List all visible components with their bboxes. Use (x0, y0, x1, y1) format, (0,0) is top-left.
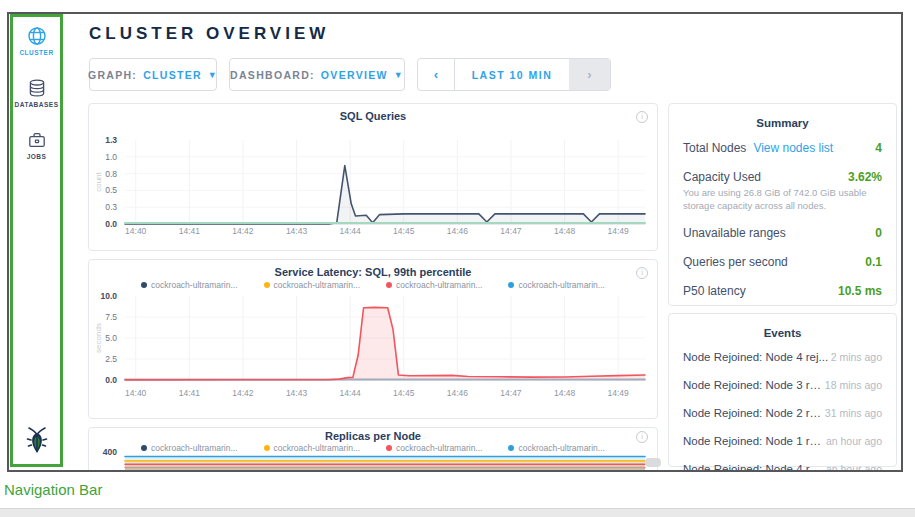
svg-text:0.0: 0.0 (105, 219, 117, 229)
svg-text:0.0: 0.0 (105, 375, 117, 385)
svg-text:14:42: 14:42 (232, 226, 254, 236)
chevron-down-icon: ▼ (208, 70, 218, 80)
svg-text:10.0: 10.0 (100, 291, 117, 301)
event-row[interactable]: Node Rejoined: Node 2 rej...31 mins ago (669, 407, 896, 419)
events-title: Events (669, 327, 896, 339)
svg-text:400: 400 (103, 447, 117, 457)
summary-label: Queries per second (683, 255, 788, 269)
chevron-down-icon: ▼ (394, 70, 404, 80)
briefcase-icon (27, 130, 47, 150)
scrollbar-thumb[interactable] (645, 458, 661, 467)
svg-text:14:41: 14:41 (179, 226, 201, 236)
svg-text:0.8: 0.8 (105, 169, 117, 179)
svg-text:14:44: 14:44 (340, 226, 362, 236)
summary-row-qps: Queries per second 0.1 (669, 255, 896, 269)
svg-text:14:43: 14:43 (286, 388, 308, 398)
event-time: 31 mins ago (825, 407, 882, 419)
svg-text:14:49: 14:49 (608, 388, 630, 398)
event-time: 18 mins ago (825, 379, 882, 391)
graph-dropdown-label: GRAPH: (88, 69, 137, 81)
cockroach-icon (24, 425, 50, 455)
svg-text:0.5: 0.5 (105, 185, 117, 195)
svg-text:0.3: 0.3 (105, 202, 117, 212)
svg-text:14:46: 14:46 (447, 388, 469, 398)
graph-dropdown-value: CLUSTER (143, 69, 202, 81)
svg-text:14:45: 14:45 (393, 388, 415, 398)
svg-text:14:48: 14:48 (554, 226, 576, 236)
navigation-bar: CLUSTER DATABASES JOBS (10, 14, 63, 467)
svg-text:14:40: 14:40 (125, 388, 147, 398)
svg-text:14:42: 14:42 (232, 388, 254, 398)
time-range-label[interactable]: LAST 10 MIN (455, 59, 569, 90)
summary-row-total-nodes: Total Nodes View nodes list 4 (669, 141, 896, 155)
summary-title: Summary (669, 117, 896, 129)
svg-text:14:48: 14:48 (554, 388, 576, 398)
svg-text:14:40: 14:40 (125, 226, 147, 236)
event-text: Node Rejoined: Node 4 rej... (683, 351, 828, 363)
graph-dropdown[interactable]: GRAPH: CLUSTER ▼ (89, 58, 217, 91)
sql-queries-chart-card: SQL Queries i 14:4014:4114:4214:4314:441… (88, 103, 658, 251)
dashboard-dropdown[interactable]: DASHBOARD: OVERVIEW ▼ (229, 58, 405, 91)
summary-value: 4 (875, 141, 882, 155)
dashboard-dropdown-label: DASHBOARD: (230, 69, 315, 81)
svg-text:14:46: 14:46 (447, 226, 469, 236)
svg-text:14:47: 14:47 (500, 388, 522, 398)
svg-text:14:44: 14:44 (340, 388, 362, 398)
view-nodes-list-link[interactable]: View nodes list (753, 141, 833, 155)
annotation-label: Navigation Bar (4, 481, 102, 498)
svg-text:14:49: 14:49 (608, 226, 630, 236)
event-row[interactable]: Node Rejoined: Node 4 rej...an hour ago (669, 463, 896, 472)
replicas-per-node-chart-card: Replicas per Node i cockroach-ultramarin… (88, 427, 658, 472)
summary-row-capacity: Capacity Used 3.62% (669, 170, 896, 184)
sidebar-item-label: CLUSTER (10, 49, 63, 56)
capacity-note: You are using 26.8 GiB of 742.0 GiB usab… (669, 186, 896, 213)
summary-label: Capacity Used (683, 170, 761, 184)
summary-label: Total Nodes (683, 141, 746, 155)
summary-label: Unavailable ranges (683, 226, 786, 240)
time-range-prev-button[interactable]: ‹ (418, 59, 455, 90)
time-range-next-button: › (569, 59, 610, 90)
svg-text:1.0: 1.0 (105, 152, 117, 162)
event-row[interactable]: Node Rejoined: Node 4 rej...2 mins ago (669, 351, 896, 363)
summary-row-p50: P50 latency 10.5 ms (669, 284, 896, 298)
database-icon (27, 78, 47, 98)
replicas-per-node-chart: 400 (89, 428, 657, 472)
time-range-selector: ‹ LAST 10 MIN › (417, 58, 611, 91)
bottom-strip (0, 508, 915, 517)
service-latency-chart: 14:4014:4114:4214:4314:4414:4514:4614:47… (89, 260, 657, 418)
events-panel: Events Node Rejoined: Node 4 rej...2 min… (668, 313, 897, 467)
svg-text:count: count (94, 171, 103, 191)
globe-icon (27, 26, 47, 46)
event-row[interactable]: Node Rejoined: Node 3 rej...18 mins ago (669, 379, 896, 391)
svg-text:14:47: 14:47 (500, 226, 522, 236)
dashboard-dropdown-value: OVERVIEW (321, 69, 388, 81)
sidebar-item-databases[interactable]: DATABASES (10, 78, 63, 108)
summary-value: 0 (875, 226, 882, 240)
events-list: Node Rejoined: Node 4 rej...2 mins agoNo… (669, 351, 896, 472)
svg-text:5.0: 5.0 (105, 333, 117, 343)
event-row[interactable]: Node Rejoined: Node 1 rej...an hour ago (669, 435, 896, 447)
event-time: an hour ago (826, 463, 882, 472)
summary-label: P50 latency (683, 284, 746, 298)
summary-value: 0.1 (865, 255, 882, 269)
sidebar-item-label: JOBS (10, 153, 63, 160)
page-title: CLUSTER OVERVIEW (89, 24, 329, 44)
svg-text:14:41: 14:41 (179, 388, 201, 398)
sidebar-item-cluster[interactable]: CLUSTER (10, 26, 63, 56)
sql-queries-chart: 14:4014:4114:4214:4314:4414:4514:4614:47… (89, 104, 657, 250)
admin-ui-window: CLUSTER DATABASES JOBS (7, 12, 903, 472)
event-text: Node Rejoined: Node 2 rej... (683, 407, 825, 419)
summary-row-unavailable-ranges: Unavailable ranges 0 (669, 226, 896, 240)
event-time: 2 mins ago (831, 351, 882, 363)
cockroachdb-logo[interactable] (10, 425, 63, 459)
sidebar-item-label: DATABASES (10, 101, 63, 108)
event-text: Node Rejoined: Node 4 rej... (683, 463, 826, 472)
summary-panel: Summary Total Nodes View nodes list 4 Ca… (668, 103, 897, 306)
svg-text:14:45: 14:45 (393, 226, 415, 236)
svg-text:2.5: 2.5 (105, 354, 117, 364)
svg-text:1.3: 1.3 (105, 135, 117, 145)
summary-value: 3.62% (848, 170, 882, 184)
service-latency-chart-card: Service Latency: SQL, 99th percentile i … (88, 259, 658, 419)
svg-text:7.5: 7.5 (105, 312, 117, 322)
sidebar-item-jobs[interactable]: JOBS (10, 130, 63, 160)
